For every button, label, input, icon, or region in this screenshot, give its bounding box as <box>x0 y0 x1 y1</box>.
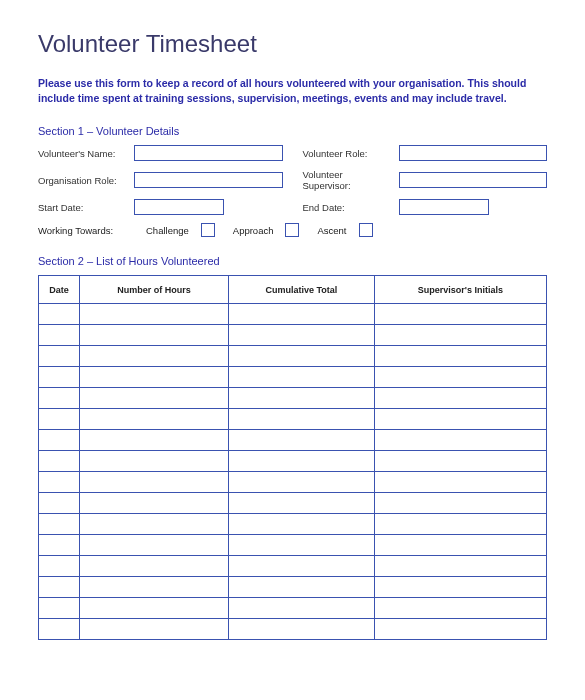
table-cell[interactable] <box>39 514 80 535</box>
page-title: Volunteer Timesheet <box>38 30 547 58</box>
table-cell[interactable] <box>374 304 546 325</box>
table-cell[interactable] <box>229 535 375 556</box>
approach-checkbox[interactable] <box>285 223 299 237</box>
working-towards-label: Working Towards: <box>38 225 128 236</box>
name-input[interactable] <box>134 145 283 161</box>
table-cell[interactable] <box>229 556 375 577</box>
table-cell[interactable] <box>374 619 546 640</box>
table-cell[interactable] <box>39 493 80 514</box>
table-cell[interactable] <box>374 577 546 598</box>
end-date-input[interactable] <box>399 199 489 215</box>
table-cell[interactable] <box>229 493 375 514</box>
table-cell[interactable] <box>39 598 80 619</box>
table-cell[interactable] <box>80 346 229 367</box>
table-cell[interactable] <box>374 472 546 493</box>
col-initials: Supervisor's Initials <box>374 276 546 304</box>
table-cell[interactable] <box>374 346 546 367</box>
table-cell[interactable] <box>374 451 546 472</box>
table-cell[interactable] <box>39 367 80 388</box>
start-date-input[interactable] <box>134 199 224 215</box>
supervisor-label: Volunteer Supervisor: <box>303 169 393 191</box>
table-row <box>39 472 547 493</box>
org-role-label: Organisation Role: <box>38 175 128 186</box>
table-cell[interactable] <box>374 430 546 451</box>
table-cell[interactable] <box>39 577 80 598</box>
table-cell[interactable] <box>229 430 375 451</box>
table-cell[interactable] <box>80 451 229 472</box>
table-cell[interactable] <box>229 367 375 388</box>
table-cell[interactable] <box>80 535 229 556</box>
table-cell[interactable] <box>374 514 546 535</box>
table-row <box>39 577 547 598</box>
table-cell[interactable] <box>229 388 375 409</box>
table-cell[interactable] <box>39 388 80 409</box>
table-cell[interactable] <box>229 409 375 430</box>
table-cell[interactable] <box>39 409 80 430</box>
table-cell[interactable] <box>80 493 229 514</box>
table-cell[interactable] <box>374 556 546 577</box>
table-cell[interactable] <box>80 367 229 388</box>
ascent-label: Ascent <box>317 225 346 236</box>
volunteer-details: Volunteer's Name: Volunteer Role: Organi… <box>38 145 547 237</box>
table-cell[interactable] <box>80 304 229 325</box>
approach-label: Approach <box>233 225 274 236</box>
table-cell[interactable] <box>80 388 229 409</box>
table-cell[interactable] <box>374 388 546 409</box>
table-row <box>39 325 547 346</box>
table-row <box>39 514 547 535</box>
table-cell[interactable] <box>39 451 80 472</box>
table-cell[interactable] <box>80 325 229 346</box>
table-cell[interactable] <box>80 577 229 598</box>
table-cell[interactable] <box>229 619 375 640</box>
table-cell[interactable] <box>374 598 546 619</box>
table-cell[interactable] <box>80 409 229 430</box>
table-row <box>39 556 547 577</box>
table-cell[interactable] <box>39 304 80 325</box>
table-cell[interactable] <box>39 535 80 556</box>
table-cell[interactable] <box>374 325 546 346</box>
table-cell[interactable] <box>39 430 80 451</box>
table-cell[interactable] <box>39 619 80 640</box>
table-cell[interactable] <box>80 514 229 535</box>
table-cell[interactable] <box>229 577 375 598</box>
table-row <box>39 409 547 430</box>
table-cell[interactable] <box>229 325 375 346</box>
table-cell[interactable] <box>229 514 375 535</box>
supervisor-input[interactable] <box>399 172 548 188</box>
col-date: Date <box>39 276 80 304</box>
table-row <box>39 451 547 472</box>
table-cell[interactable] <box>374 367 546 388</box>
table-cell[interactable] <box>39 325 80 346</box>
table-row <box>39 346 547 367</box>
table-cell[interactable] <box>80 556 229 577</box>
col-cumulative: Cumulative Total <box>229 276 375 304</box>
start-date-label: Start Date: <box>38 202 128 213</box>
table-cell[interactable] <box>80 598 229 619</box>
table-cell[interactable] <box>229 346 375 367</box>
table-row <box>39 535 547 556</box>
table-cell[interactable] <box>374 493 546 514</box>
table-cell[interactable] <box>80 472 229 493</box>
table-cell[interactable] <box>229 598 375 619</box>
table-cell[interactable] <box>374 535 546 556</box>
ascent-checkbox[interactable] <box>359 223 373 237</box>
table-row <box>39 598 547 619</box>
table-cell[interactable] <box>80 619 229 640</box>
table-cell[interactable] <box>229 304 375 325</box>
table-row <box>39 367 547 388</box>
table-cell[interactable] <box>229 472 375 493</box>
challenge-checkbox[interactable] <box>201 223 215 237</box>
table-cell[interactable] <box>39 556 80 577</box>
table-cell[interactable] <box>39 472 80 493</box>
org-role-input[interactable] <box>134 172 283 188</box>
challenge-label: Challenge <box>146 225 189 236</box>
table-cell[interactable] <box>39 346 80 367</box>
role-input[interactable] <box>399 145 548 161</box>
role-label: Volunteer Role: <box>303 148 393 159</box>
col-hours: Number of Hours <box>80 276 229 304</box>
intro-text: Please use this form to keep a record of… <box>38 76 547 105</box>
table-cell[interactable] <box>80 430 229 451</box>
table-cell[interactable] <box>229 451 375 472</box>
table-row <box>39 388 547 409</box>
table-cell[interactable] <box>374 409 546 430</box>
